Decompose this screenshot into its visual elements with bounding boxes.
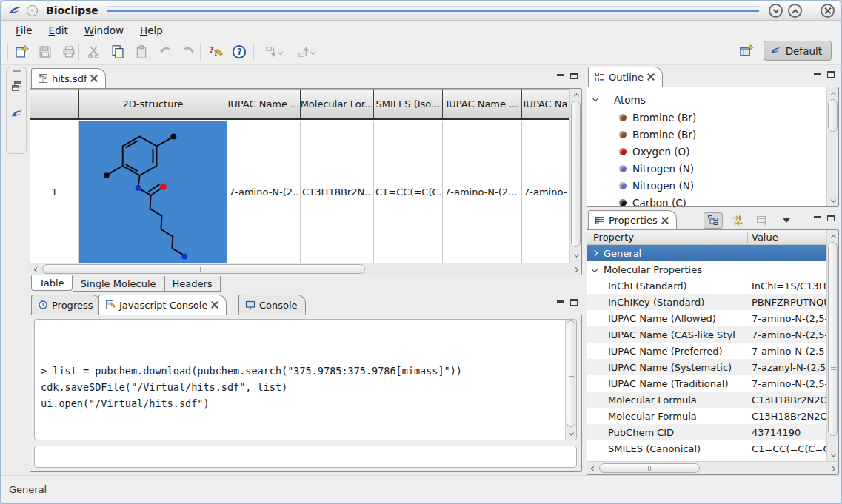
save-button[interactable] bbox=[36, 42, 55, 61]
close-button[interactable] bbox=[821, 4, 835, 18]
tree-item-bromine-2[interactable]: Bromine (Br) bbox=[587, 126, 825, 143]
properties-horizontal-scrollbar[interactable] bbox=[587, 461, 838, 474]
tree-node-atoms[interactable]: Atoms bbox=[587, 91, 825, 108]
previous-annotation-dropdown-icon[interactable] bbox=[310, 49, 315, 54]
properties-vertical-scrollbar[interactable] bbox=[826, 230, 838, 461]
outline-vscroll-thumb[interactable] bbox=[828, 99, 838, 132]
fastview-bioclipse-button[interactable] bbox=[11, 109, 23, 120]
outline-scroll-down-icon[interactable] bbox=[828, 195, 838, 206]
iupac-name-cell-2[interactable]: 7-amino-N-(2... bbox=[443, 121, 522, 263]
property-row-pubchem-cid[interactable]: PubChem CID 43714190 bbox=[587, 424, 826, 440]
scroll-right-icon[interactable] bbox=[570, 264, 581, 275]
property-row-smiles[interactable]: SMILES (Canonical) C1=CC(=C(C=C bbox=[587, 440, 826, 457]
scroll-left-icon[interactable] bbox=[31, 264, 41, 275]
property-row-general[interactable]: General bbox=[587, 245, 826, 261]
property-row-inchikey[interactable]: InChIKey (Standard) PBNFZRPUTNQU bbox=[587, 294, 826, 310]
restore-default-value-button[interactable] bbox=[752, 212, 772, 229]
print-button[interactable] bbox=[59, 42, 78, 61]
javascript-console-tab-close-icon[interactable] bbox=[211, 301, 218, 309]
titlebar-menu-icon[interactable] bbox=[27, 5, 38, 16]
tab-console[interactable]: Console bbox=[238, 295, 306, 315]
properties-minimize-icon[interactable] bbox=[814, 215, 821, 218]
scroll-up-icon[interactable] bbox=[571, 90, 581, 100]
console-maximize-icon[interactable] bbox=[570, 299, 578, 306]
titlebar[interactable]: Bioclipse bbox=[1, 1, 841, 21]
table-row[interactable]: 1 bbox=[30, 121, 569, 263]
table-horizontal-scrollbar[interactable] bbox=[30, 263, 581, 275]
column-header-iupac-name[interactable]: IUPAC Name ... bbox=[227, 89, 301, 118]
molecular-formula-cell[interactable]: C13H18Br2N... bbox=[301, 121, 374, 263]
smiles-cell[interactable]: C1=CC(=C(C... bbox=[374, 121, 443, 263]
maximize-button[interactable] bbox=[788, 4, 802, 18]
open-perspective-button[interactable] bbox=[737, 41, 756, 61]
tree-item-carbon[interactable]: Carbon (C) bbox=[587, 194, 825, 211]
console-vertical-scrollbar[interactable] bbox=[565, 320, 576, 440]
iupac-name-cell-3[interactable]: 7-amino- bbox=[522, 121, 569, 263]
tab-progress[interactable]: Progress bbox=[31, 295, 101, 315]
property-row-iupac-cas[interactable]: IUPAC Name (CAS-like Styl 7-amino-N-(2,5… bbox=[587, 326, 826, 343]
undo-button[interactable] bbox=[156, 42, 175, 61]
row-index-cell[interactable]: 1 bbox=[30, 121, 79, 263]
column-header-iupac-name-3[interactable]: IUPAC Na bbox=[522, 89, 569, 118]
property-row-iupac-traditional[interactable]: IUPAC Name (Traditional) 7-amino-N-(2,5- bbox=[587, 375, 826, 392]
properties-scroll-up-icon[interactable] bbox=[828, 231, 838, 241]
menu-help[interactable]: Help bbox=[133, 23, 170, 38]
redo-button[interactable] bbox=[179, 42, 198, 61]
restore-view-button[interactable] bbox=[11, 81, 22, 92]
column-header-molecular-formula[interactable]: Molecular For... bbox=[301, 89, 374, 118]
properties-tab-close-icon[interactable] bbox=[661, 217, 669, 224]
search-wizard-button[interactable]: ?? bbox=[206, 42, 225, 61]
property-column-header[interactable]: Property bbox=[587, 232, 634, 243]
new-wizard-button[interactable] bbox=[12, 42, 31, 61]
menu-file[interactable]: File bbox=[9, 23, 39, 38]
tree-item-oxygen[interactable]: Oxygen (O) bbox=[587, 143, 825, 160]
tab-outline[interactable]: Outline bbox=[588, 67, 663, 87]
properties-scroll-down-icon[interactable] bbox=[828, 450, 838, 460]
console-output[interactable]: > list = pubchem.download(pubchem.search… bbox=[34, 319, 577, 440]
column-header-row[interactable] bbox=[30, 89, 79, 118]
properties-scroll-right-icon[interactable] bbox=[827, 463, 838, 474]
outline-maximize-icon[interactable] bbox=[827, 71, 835, 78]
properties-scroll-left-icon[interactable] bbox=[588, 463, 598, 474]
page-tab-table[interactable]: Table bbox=[31, 275, 73, 291]
previous-annotation-button[interactable] bbox=[292, 42, 320, 61]
view-menu-button[interactable] bbox=[777, 212, 796, 229]
outline-scroll-up-icon[interactable] bbox=[828, 88, 838, 98]
scroll-down-icon[interactable] bbox=[571, 250, 581, 261]
tree-mode-button[interactable] bbox=[704, 212, 723, 229]
column-header-iupac-name-2[interactable]: IUPAC Name ... bbox=[443, 89, 522, 118]
iupac-name-cell[interactable]: 7-amino-N-(2... bbox=[227, 121, 301, 263]
column-header-2d-structure[interactable]: 2D-structure bbox=[79, 89, 227, 118]
perspective-default-button[interactable]: Default bbox=[764, 41, 832, 61]
editor-maximize-icon[interactable] bbox=[570, 73, 578, 79]
column-divider[interactable] bbox=[747, 232, 748, 243]
properties-hscroll-thumb[interactable] bbox=[599, 463, 700, 473]
outline-tab-close-icon[interactable] bbox=[647, 73, 655, 81]
page-tab-single-molecule[interactable]: Single Molecule bbox=[73, 276, 164, 292]
value-column-header[interactable]: Value bbox=[752, 232, 778, 243]
next-annotation-button[interactable] bbox=[259, 42, 287, 61]
menu-window[interactable]: Window bbox=[78, 23, 130, 38]
console-scroll-down-icon[interactable] bbox=[566, 429, 576, 439]
table-vscroll-thumb[interactable] bbox=[571, 101, 581, 247]
minimize-button[interactable] bbox=[769, 4, 783, 18]
structure-cell[interactable] bbox=[79, 121, 227, 263]
help-button[interactable]: ? bbox=[230, 42, 249, 61]
property-row-inchi[interactable]: InChI (Standard) InChI=1S/C13H1 bbox=[587, 278, 826, 294]
tree-item-bromine-1[interactable]: Bromine (Br) bbox=[587, 109, 825, 126]
console-input[interactable] bbox=[34, 446, 577, 468]
property-row-iupac-allowed[interactable]: IUPAC Name (Allowed) 7-amino-N-(2,5- bbox=[587, 310, 826, 326]
editor-tab-close-icon[interactable] bbox=[90, 75, 98, 82]
property-row-molecular-formula-1[interactable]: Molecular Formula C13H18Br2N2O bbox=[587, 392, 826, 408]
outline-vertical-scrollbar[interactable] bbox=[826, 87, 838, 206]
editor-minimize-icon[interactable] bbox=[557, 73, 564, 76]
column-header-smiles[interactable]: SMILES (Iso... bbox=[374, 89, 443, 118]
menu-edit[interactable]: Edit bbox=[42, 23, 75, 38]
tab-hits-sdf[interactable]: hits.sdf bbox=[31, 68, 106, 88]
console-minimize-icon[interactable] bbox=[557, 299, 564, 303]
outline-minimize-icon[interactable] bbox=[814, 71, 821, 75]
filter-button[interactable] bbox=[728, 212, 747, 229]
tab-javascript-console[interactable]: Javascript Console bbox=[98, 295, 227, 315]
tree-item-nitrogen-1[interactable]: Nitrogen (N) bbox=[587, 160, 825, 177]
property-row-iupac-preferred[interactable]: IUPAC Name (Preferred) 7-amino-N-(2,5- bbox=[587, 343, 826, 359]
